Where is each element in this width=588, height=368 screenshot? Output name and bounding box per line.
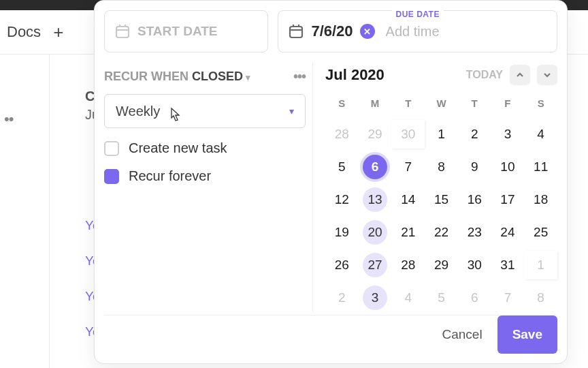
- calendar-day[interactable]: 13: [359, 185, 392, 214]
- calendar-day[interactable]: 1: [524, 251, 557, 279]
- today-button[interactable]: TODAY: [466, 69, 503, 81]
- day-of-week-header: W: [425, 93, 458, 116]
- chevron-down-icon: ▾: [289, 106, 294, 117]
- next-month-button[interactable]: [537, 65, 557, 85]
- calendar: Jul 2020 TODAY SMTWTFS282930123456789101…: [312, 62, 557, 312]
- due-date-value: 7/6/20: [311, 22, 353, 40]
- calendar-day[interactable]: 8: [524, 283, 557, 312]
- due-date-label: DUE DATE: [391, 10, 443, 19]
- calendar-day[interactable]: 10: [491, 153, 525, 181]
- prev-month-button[interactable]: [510, 65, 530, 85]
- calendar-day[interactable]: 23: [458, 218, 491, 247]
- calendar-day[interactable]: 3: [491, 120, 525, 149]
- calendar-day[interactable]: 9: [458, 153, 491, 181]
- day-of-week-header: S: [325, 93, 359, 116]
- calendar-day[interactable]: 17: [491, 185, 525, 214]
- cursor-icon: [167, 107, 182, 127]
- day-of-week-header: F: [491, 93, 525, 116]
- calendar-day[interactable]: 16: [458, 185, 491, 214]
- calendar-day[interactable]: 7: [491, 283, 525, 312]
- cancel-button[interactable]: Cancel: [427, 316, 497, 354]
- calendar-day[interactable]: 6: [458, 283, 491, 312]
- calendar-day[interactable]: 28: [325, 120, 359, 149]
- calendar-day[interactable]: 15: [425, 185, 458, 214]
- due-date-field[interactable]: DUE DATE 7/6/20 ✕ Add time: [278, 10, 557, 52]
- more-options-icon[interactable]: •••: [293, 69, 306, 85]
- calendar-icon: [114, 23, 131, 40]
- calendar-day[interactable]: 18: [524, 185, 557, 214]
- svg-rect-4: [290, 27, 302, 37]
- calendar-day[interactable]: 22: [425, 218, 458, 247]
- add-time-button[interactable]: Add time: [386, 24, 440, 40]
- calendar-day[interactable]: 3: [359, 283, 392, 312]
- calendar-day[interactable]: 29: [359, 120, 392, 149]
- calendar-day[interactable]: 2: [325, 283, 359, 312]
- svg-rect-0: [116, 27, 129, 37]
- frequency-value: Weekly: [116, 104, 160, 119]
- calendar-day[interactable]: 19: [325, 218, 359, 247]
- day-of-week-header: S: [524, 93, 557, 116]
- calendar-month-label: Jul 2020: [325, 66, 385, 84]
- day-of-week-header: T: [458, 93, 491, 116]
- start-date-placeholder: START DATE: [137, 24, 218, 39]
- date-recurrence-modal: START DATE DUE DATE 7/6/20 ✕ Add time RE…: [94, 0, 568, 364]
- recur-when-dropdown[interactable]: RECUR WHEN CLOSED▾: [104, 70, 250, 84]
- calendar-icon: [288, 23, 304, 40]
- calendar-day[interactable]: 12: [325, 185, 359, 214]
- recur-forever-label: Recur forever: [129, 168, 211, 184]
- calendar-day[interactable]: 8: [425, 153, 458, 181]
- calendar-day[interactable]: 7: [391, 153, 425, 181]
- calendar-day[interactable]: 6: [359, 153, 392, 181]
- chevron-down-icon: ▾: [246, 72, 250, 82]
- checkbox-checked-icon[interactable]: [104, 169, 119, 184]
- calendar-day[interactable]: 1: [425, 120, 458, 149]
- calendar-day[interactable]: 29: [425, 251, 458, 279]
- calendar-day[interactable]: 27: [359, 251, 392, 279]
- calendar-day[interactable]: 5: [425, 283, 458, 312]
- calendar-day[interactable]: 30: [391, 120, 425, 149]
- calendar-day[interactable]: 26: [325, 251, 359, 279]
- start-date-field[interactable]: START DATE: [104, 10, 268, 52]
- create-new-task-option[interactable]: Create new task: [104, 140, 306, 156]
- calendar-day[interactable]: 24: [491, 218, 525, 247]
- calendar-day[interactable]: 21: [391, 218, 425, 247]
- recur-forever-option[interactable]: Recur forever: [104, 168, 306, 184]
- frequency-select[interactable]: Weekly ▾: [104, 94, 306, 128]
- calendar-day[interactable]: 20: [359, 218, 392, 247]
- checkbox-unchecked-icon[interactable]: [104, 141, 119, 156]
- calendar-day[interactable]: 4: [391, 283, 425, 312]
- day-of-week-header: M: [359, 93, 392, 116]
- day-of-week-header: T: [391, 93, 425, 116]
- calendar-day[interactable]: 4: [524, 120, 557, 149]
- calendar-day[interactable]: 30: [458, 251, 491, 279]
- calendar-day[interactable]: 28: [391, 251, 425, 279]
- calendar-day[interactable]: 31: [491, 251, 525, 279]
- calendar-day[interactable]: 2: [458, 120, 491, 149]
- create-new-task-label: Create new task: [129, 140, 227, 156]
- calendar-day[interactable]: 14: [391, 185, 425, 214]
- calendar-day[interactable]: 11: [524, 153, 557, 181]
- calendar-day[interactable]: 25: [524, 218, 557, 247]
- plus-icon[interactable]: +: [53, 22, 63, 43]
- docs-tab[interactable]: Docs: [7, 23, 41, 41]
- calendar-day[interactable]: 5: [325, 153, 359, 181]
- more-icon[interactable]: ••: [4, 110, 13, 128]
- clear-due-date-button[interactable]: ✕: [360, 24, 375, 39]
- save-button[interactable]: Save: [497, 316, 557, 354]
